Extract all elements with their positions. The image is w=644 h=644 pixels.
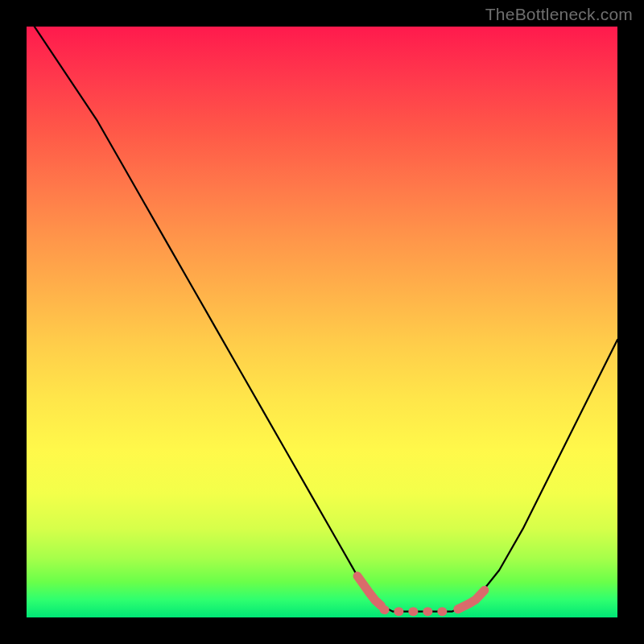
watermark-text: TheBottleneck.com (485, 5, 633, 24)
chart-frame: TheBottleneck.com (0, 0, 644, 644)
plot-background-gradient (27, 27, 617, 617)
